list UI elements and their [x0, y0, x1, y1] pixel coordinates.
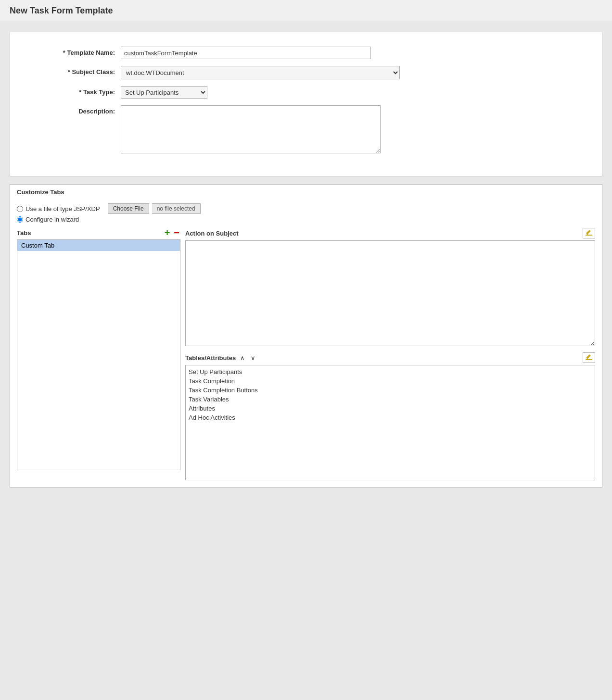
- right-column: Action on Subject: [185, 228, 595, 480]
- list-item[interactable]: Set Up Participants: [189, 367, 592, 376]
- radio-wizard-input[interactable]: [17, 216, 23, 223]
- move-down-button[interactable]: ∨: [249, 354, 257, 362]
- task-type-label: * Task Type:: [25, 86, 121, 99]
- description-row: Description:: [25, 105, 587, 155]
- attributes-list: Set Up ParticipantsTask CompletionTask C…: [185, 365, 595, 480]
- svg-rect-1: [586, 230, 591, 235]
- page-title: New Task Form Template: [10, 6, 602, 16]
- tables-attributes-label: Tables/Attributes: [185, 354, 236, 362]
- list-item[interactable]: Task Completion Buttons: [189, 386, 592, 395]
- file-placeholder-label: no file selected: [152, 203, 201, 214]
- subject-class-row: * Subject Class: wt.doc.WTDocument: [25, 66, 587, 79]
- template-name-row: * Template Name:: [25, 47, 587, 59]
- list-item[interactable]: Custom Tab: [17, 240, 180, 251]
- action-on-subject-edit-button[interactable]: [583, 228, 595, 238]
- remove-tab-button[interactable]: −: [173, 228, 180, 238]
- tables-attributes-edit-button[interactable]: [583, 352, 595, 363]
- template-name-input[interactable]: [121, 47, 371, 59]
- description-label: Description:: [25, 105, 121, 118]
- pencil-icon: [585, 229, 593, 237]
- radio-file-item: Use a file of type JSP/XDP: [17, 205, 100, 212]
- tables-attributes-section: Tables/Attributes ∧ ∨: [185, 352, 595, 480]
- tabs-section-label: Tabs: [17, 229, 31, 237]
- svg-rect-4: [586, 354, 591, 359]
- customize-tabs-legend: Customize Tabs: [10, 185, 602, 196]
- add-tab-button[interactable]: +: [164, 228, 171, 238]
- list-item[interactable]: Ad Hoc Activities: [189, 413, 592, 422]
- list-item[interactable]: Task Variables: [189, 395, 592, 404]
- customize-tabs-panel: Customize Tabs Use a file of type JSP/XD…: [10, 184, 602, 488]
- list-item[interactable]: Attributes: [189, 404, 592, 413]
- tabs-column: Tabs + − Custom Tab: [17, 228, 180, 480]
- action-on-subject-section: Action on Subject: [185, 228, 595, 348]
- action-on-subject-textarea[interactable]: [185, 240, 595, 346]
- pencil-icon-tables: [585, 354, 593, 362]
- radio-wizard-label: Configure in wizard: [26, 216, 79, 223]
- action-on-subject-label: Action on Subject: [185, 230, 239, 237]
- tabs-list: Custom Tab: [17, 239, 180, 470]
- subject-class-label: * Subject Class:: [25, 66, 121, 78]
- radio-wizard-item: Configure in wizard: [17, 216, 595, 223]
- radio-file-label: Use a file of type JSP/XDP: [26, 205, 100, 212]
- list-item[interactable]: Task Completion: [189, 376, 592, 386]
- form-panel: * Template Name: * Subject Class: wt.doc…: [10, 32, 602, 176]
- subject-class-select[interactable]: wt.doc.WTDocument: [121, 66, 400, 79]
- description-input[interactable]: [121, 105, 381, 153]
- move-up-button[interactable]: ∧: [239, 354, 246, 362]
- page-header: New Task Form Template: [0, 0, 612, 22]
- bottom-bar: [10, 495, 602, 524]
- choose-file-button[interactable]: Choose File: [108, 203, 149, 214]
- file-chooser-section: Choose File no file selected: [108, 203, 201, 214]
- task-type-select[interactable]: Set Up Participants: [121, 86, 207, 99]
- template-name-label: * Template Name:: [25, 47, 121, 59]
- task-type-row: * Task Type: Set Up Participants: [25, 86, 587, 99]
- radio-file-input[interactable]: [17, 206, 23, 212]
